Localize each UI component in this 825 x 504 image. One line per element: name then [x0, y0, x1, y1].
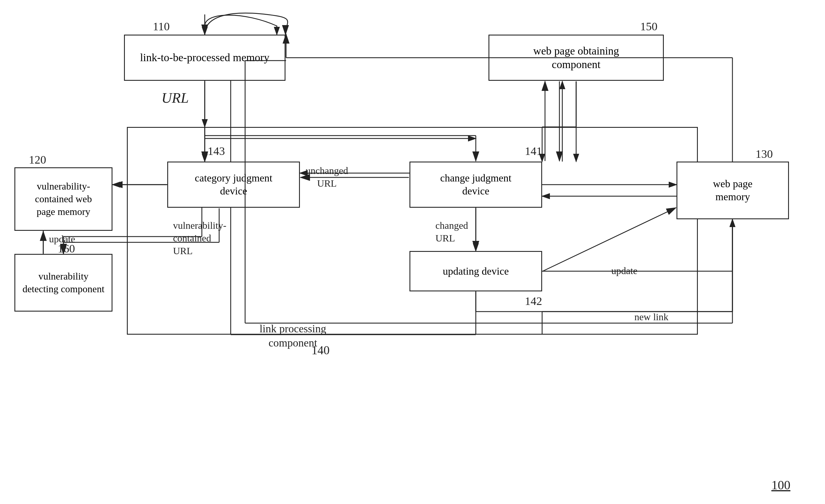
ref-143: 143: [208, 144, 225, 158]
url-label: URL: [161, 89, 189, 106]
ref-141: 141: [525, 144, 542, 158]
change-judgment-label: change judgmentdevice: [440, 172, 512, 198]
new-link-label: new link: [634, 311, 668, 322]
unchanged-url-label: unchangedURL: [306, 164, 348, 190]
vuln-url-label: vulnerability-containedURL: [173, 219, 226, 258]
web-page-memory-box: web pagememory: [676, 161, 789, 219]
web-page-obtaining-box: web page obtainingcomponent: [489, 34, 664, 81]
link-memory-label: link-to-be-processed memory: [140, 51, 269, 65]
ref-140: 140: [311, 343, 329, 357]
vuln-web-page-memory-box: vulnerability-contained webpage memory: [14, 167, 112, 231]
link-memory-box: link-to-be-processed memory: [124, 34, 286, 81]
ref-142: 142: [525, 294, 542, 308]
category-judgment-label: category judgmentdevice: [195, 172, 273, 198]
ref-150: 150: [640, 20, 658, 33]
vuln-detecting-box: vulnerabilitydetecting component: [14, 254, 112, 311]
category-judgment-box: category judgmentdevice: [167, 161, 300, 208]
ref-120: 120: [29, 153, 46, 166]
ref-110: 110: [153, 20, 170, 33]
change-judgment-box: change judgmentdevice: [409, 161, 542, 208]
diagram: link-to-be-processed memory 110 web page…: [0, 0, 825, 504]
vuln-web-page-memory-label: vulnerability-contained webpage memory: [35, 180, 92, 218]
updating-device-box: updating device: [409, 251, 542, 291]
web-page-memory-label: web pagememory: [713, 177, 753, 203]
web-page-obtaining-label: web page obtainingcomponent: [533, 44, 619, 72]
update-left-label: update: [49, 234, 75, 245]
updating-device-label: updating device: [443, 265, 509, 278]
ref-130: 130: [755, 147, 773, 161]
changed-url-label: changedURL: [435, 219, 468, 245]
update-right-label: update: [611, 266, 638, 276]
vuln-detecting-label: vulnerabilitydetecting component: [22, 270, 104, 295]
ref-100: 100: [771, 478, 791, 493]
